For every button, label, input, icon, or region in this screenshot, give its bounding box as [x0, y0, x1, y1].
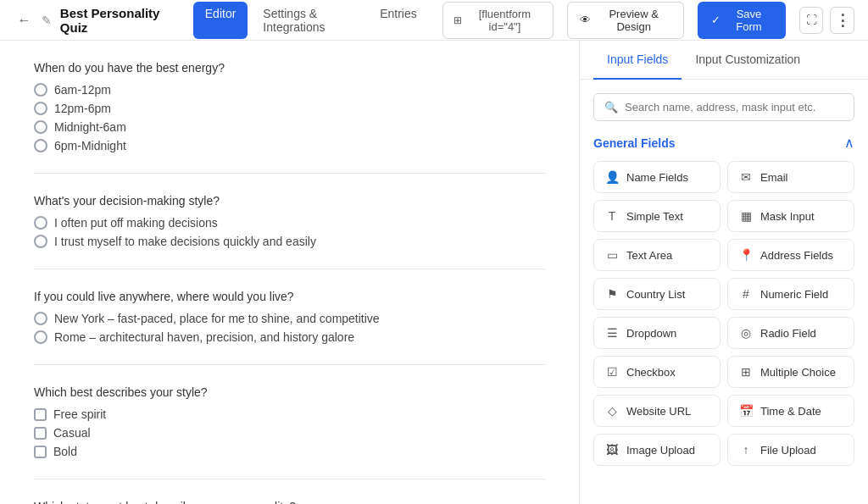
- divider: [34, 479, 545, 479]
- field-label: Text Area: [626, 249, 672, 262]
- field-label: Email: [760, 171, 788, 184]
- option-q4-1[interactable]: Casual: [34, 426, 545, 440]
- option-label: I trust myself to make decisions quickly…: [54, 235, 316, 248]
- address-icon: 📍: [738, 248, 754, 262]
- fullscreen-button[interactable]: ⛶: [799, 7, 824, 34]
- search-box: 🔍: [593, 93, 854, 121]
- divider: [34, 364, 545, 365]
- field-item-image[interactable]: 🖼Image Upload: [593, 434, 721, 466]
- question-q2: What's your decision-making style?I ofte…: [34, 194, 545, 248]
- question-text: Which statement best describes your pers…: [34, 500, 545, 504]
- text-area-icon: ▭: [604, 248, 620, 262]
- field-label: Country List: [626, 288, 685, 301]
- question-q3: If you could live anywhere, where would …: [34, 290, 545, 344]
- collapse-icon[interactable]: ∧: [844, 135, 854, 151]
- field-item-timedate[interactable]: 📅Time & Date: [727, 395, 854, 427]
- preview-label: Preview & Design: [596, 8, 671, 33]
- timedate-icon: 📅: [738, 404, 754, 418]
- radio-indicator: [34, 120, 47, 134]
- field-item-numeric[interactable]: #Numeric Field: [727, 278, 854, 310]
- section-header: General Fields ∧: [593, 135, 854, 151]
- image-icon: 🖼: [604, 443, 620, 457]
- option-q1-1[interactable]: 12pm-6pm: [34, 102, 545, 115]
- simple-text-icon: T: [604, 209, 620, 223]
- field-item-simple-text[interactable]: TSimple Text: [593, 200, 721, 232]
- field-item-text-area[interactable]: ▭Text Area: [593, 239, 721, 271]
- question-q1: When do you have the best energy?6am-12p…: [34, 61, 545, 152]
- option-q4-0[interactable]: Free spirit: [34, 407, 545, 421]
- field-label: File Upload: [760, 444, 816, 457]
- checkbox-icon: ☑: [604, 365, 620, 379]
- preview-button[interactable]: 👁 Preview & Design: [567, 2, 684, 39]
- question-q5: Which statement best describes your pers…: [34, 500, 545, 504]
- question-text: If you could live anywhere, where would …: [34, 290, 545, 303]
- field-item-dropdown[interactable]: ☰Dropdown: [593, 317, 721, 349]
- field-item-mask-input[interactable]: ▦Mask Input: [727, 200, 854, 232]
- check-icon: ✓: [711, 14, 721, 26]
- field-label: Name Fields: [626, 171, 688, 184]
- radio-indicator: [34, 330, 47, 344]
- field-label: Multiple Choice: [760, 366, 836, 379]
- main-content: When do you have the best energy?6am-12p…: [0, 41, 868, 504]
- back-button[interactable]: ←: [14, 8, 35, 32]
- option-label: Casual: [53, 426, 91, 440]
- field-item-email[interactable]: ✉Email: [727, 161, 854, 193]
- field-label: Dropdown: [626, 327, 676, 340]
- fields-grid: 👤Name Fields✉EmailTSimple Text▦Mask Inpu…: [593, 161, 854, 466]
- header: ← ✎ Best Personality Quiz EditorSettings…: [0, 0, 868, 41]
- multiple-icon: ⊞: [738, 365, 754, 379]
- field-label: Website URL: [626, 405, 691, 418]
- field-label: Image Upload: [626, 444, 695, 457]
- option-label: Free spirit: [53, 407, 106, 421]
- panel-body: 🔍 General Fields ∧ 👤Name Fields✉EmailTSi…: [580, 80, 868, 504]
- option-q1-3[interactable]: 6pm-Midnight: [34, 139, 545, 152]
- shortcode-icon: ⊞: [453, 14, 462, 26]
- page-title: Best Personality Quiz: [60, 6, 176, 35]
- question-text: When do you have the best energy?: [34, 61, 545, 75]
- shortcode-button[interactable]: ⊞ [fluentform id="4"]: [442, 2, 554, 39]
- field-item-website[interactable]: ◇Website URL: [593, 395, 721, 427]
- field-item-name[interactable]: 👤Name Fields: [593, 161, 721, 193]
- save-label: Save Form: [726, 8, 772, 33]
- option-q1-2[interactable]: Midnight-6am: [34, 120, 545, 134]
- panel-tab-input-customization[interactable]: Input Customization: [682, 41, 814, 80]
- mask-input-icon: ▦: [738, 209, 754, 223]
- option-q1-0[interactable]: 6am-12pm: [34, 83, 545, 97]
- field-label: Simple Text: [626, 210, 683, 223]
- field-item-file[interactable]: ↑File Upload: [727, 434, 854, 466]
- option-q3-1[interactable]: Rome – architectural haven, precision, a…: [34, 330, 545, 344]
- nav-tab-settings-&-integrations[interactable]: Settings & Integrations: [251, 2, 364, 39]
- field-item-multiple[interactable]: ⊞Multiple Choice: [727, 356, 854, 388]
- option-q3-0[interactable]: New York – fast-paced, place for me to s…: [34, 312, 545, 325]
- save-button[interactable]: ✓ Save Form: [698, 2, 786, 39]
- field-item-radio[interactable]: ◎Radio Field: [727, 317, 854, 349]
- dropdown-icon: ☰: [604, 326, 620, 340]
- option-q4-2[interactable]: Bold: [34, 445, 545, 458]
- option-label: Rome – architectural haven, precision, a…: [54, 330, 354, 344]
- option-label: 6am-12pm: [54, 83, 111, 97]
- field-item-country[interactable]: ⚑Country List: [593, 278, 721, 310]
- option-q2-0[interactable]: I often put off making decisions: [34, 216, 545, 230]
- field-item-address[interactable]: 📍Address Fields: [727, 239, 854, 271]
- option-q2-1[interactable]: I trust myself to make decisions quickly…: [34, 235, 545, 248]
- nav-tab-entries[interactable]: Entries: [368, 2, 429, 39]
- nav-tab-editor[interactable]: Editor: [193, 2, 248, 39]
- field-label: Radio Field: [760, 327, 816, 340]
- panel-tab-input-fields[interactable]: Input Fields: [593, 41, 682, 80]
- option-label: 12pm-6pm: [54, 102, 111, 115]
- email-icon: ✉: [738, 170, 754, 184]
- radio-indicator: [34, 216, 47, 230]
- checkbox-indicator: [34, 446, 47, 458]
- field-label: Numeric Field: [760, 288, 828, 301]
- option-label: Bold: [53, 445, 77, 458]
- field-label: Checkbox: [626, 366, 676, 379]
- file-icon: ↑: [738, 443, 754, 457]
- section-title: General Fields: [593, 136, 675, 150]
- option-label: 6pm-Midnight: [54, 139, 126, 152]
- more-options-button[interactable]: ⋮: [830, 7, 854, 34]
- search-input[interactable]: [625, 101, 843, 114]
- numeric-icon: #: [738, 287, 754, 301]
- eye-icon: 👁: [580, 14, 591, 26]
- panel-tabs: Input FieldsInput Customization: [580, 41, 868, 80]
- field-item-checkbox[interactable]: ☑Checkbox: [593, 356, 721, 388]
